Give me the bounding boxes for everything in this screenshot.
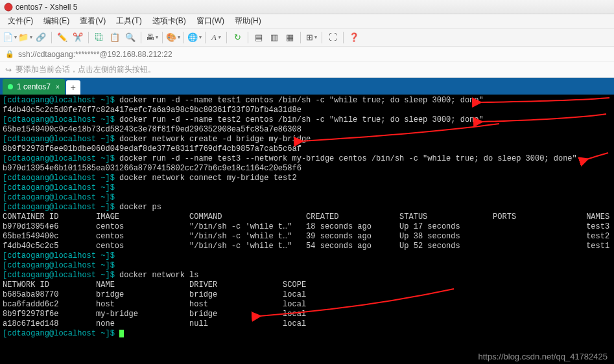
open-button[interactable]: 📁 [18, 30, 32, 45]
net-row: a18c671ed148 none null local [3, 319, 306, 328]
prompt: [cdtaogang@localhost ~]$ [3, 329, 115, 338]
prompt: [cdtaogang@localhost ~]$ [3, 261, 115, 270]
tab-bar: 1 centos7 × + [0, 78, 614, 95]
prompt: [cdtaogang@localhost ~]$ [3, 135, 115, 144]
toolbar: 📄 📁 🔗 ✏️ ✂️ ⿻ 📋 🔍 🖶 🎨 🌐 A ↻ ▤ ▥ ▦ ⊞ ⛶ ❓ [0, 28, 614, 47]
menu-file[interactable]: 文件(F) [3, 14, 38, 28]
title-bar: centos7 - Xshell 5 [0, 0, 614, 14]
cmd: docker ps [115, 203, 161, 212]
output: 65be1549400c9c4e18b73cd58243c3e78f81f0ed… [3, 125, 301, 134]
fullscreen-button[interactable]: ⛶ [325, 30, 340, 45]
arrow-icon[interactable]: ↪ [5, 65, 12, 74]
tab-label: 1 centos7 [17, 82, 51, 91]
paste-button[interactable]: 📋 [108, 30, 122, 45]
prompt: [cdtaogang@localhost ~]$ [3, 203, 115, 212]
add-tab-button[interactable]: + [66, 80, 80, 95]
cmd: docker network connect my-bridge test2 [115, 174, 297, 183]
output: f4db40c5c2c5d0fe70f7c82a417eefc7a6a9a98c… [3, 106, 301, 115]
close-tab-icon[interactable]: × [56, 84, 60, 91]
terminal[interactable]: [cdtaogang@localhost ~]$ docker run -d -… [0, 95, 614, 364]
prompt: [cdtaogang@localhost ~]$ [3, 251, 115, 260]
output: b970d13954e6b1011585ea031266a8707415802c… [3, 164, 301, 173]
app-icon [4, 3, 13, 12]
help-button[interactable]: ❓ [347, 30, 361, 45]
cmd: docker run -d --name test1 centos /bin/s… [115, 96, 484, 105]
menu-help[interactable]: 帮助(H) [230, 14, 266, 28]
prompt: [cdtaogang@localhost ~]$ [3, 183, 115, 192]
status-dot-icon [8, 84, 13, 89]
separator [183, 32, 184, 43]
tile-vertical-button[interactable]: ▥ [267, 30, 281, 45]
ps-header: CONTAINER ID IMAGE COMMAND CREATED STATU… [3, 212, 609, 222]
find-button[interactable]: 🔍 [123, 30, 137, 45]
new-session-button[interactable]: 📄 [3, 30, 17, 45]
separator [226, 32, 227, 43]
watermark: https://blog.csdn.net/qq_41782425 [478, 352, 608, 361]
ps-row: b970d13954e6 centos "/bin/sh -c 'while t… [3, 222, 609, 231]
svg-point-0 [5, 3, 12, 11]
prompt: [cdtaogang@localhost ~]$ [3, 115, 115, 124]
refresh-button[interactable]: ↻ [230, 30, 244, 45]
cmd: docker run -d --name test3 --network my-… [115, 154, 577, 163]
ps-row: f4db40c5c2c5 centos "/bin/sh -c 'while t… [3, 242, 609, 251]
print-button[interactable]: 🖶 [145, 30, 159, 45]
menu-bar: 文件(F) 编辑(E) 查看(V) 工具(T) 选项卡(B) 窗口(W) 帮助(… [0, 14, 614, 28]
separator [248, 32, 248, 43]
menu-tools[interactable]: 工具(T) [111, 14, 147, 28]
menu-tabs[interactable]: 选项卡(B) [147, 14, 191, 28]
tile-horizontal-button[interactable]: ▤ [252, 30, 266, 45]
prompt: [cdtaogang@localhost ~]$ [3, 193, 115, 202]
net-header: NETWORK ID NAME DRIVER SCOPE [3, 280, 306, 290]
separator [322, 32, 322, 43]
font-button[interactable]: A [209, 30, 223, 45]
net-row: bca6faddd6c2 host host local [3, 300, 306, 309]
net-row: b685aba98770 bridge bridge local [3, 290, 306, 299]
prompt: [cdtaogang@localhost ~]$ [3, 174, 115, 183]
net-row: 8b9f92978f6e my-bridge bridge local [3, 310, 306, 319]
encoding-button[interactable]: 🌐 [187, 30, 202, 45]
window-title: centos7 - Xshell 5 [16, 3, 77, 12]
separator [300, 32, 301, 43]
menu-window[interactable]: 窗口(W) [191, 14, 230, 28]
cmd: docker network ls [115, 271, 199, 280]
address-bar: 🔒 ssh://cdtaogang:********@192.168.88.21… [0, 47, 614, 62]
cursor [119, 330, 124, 337]
session-tab[interactable]: 1 centos7 × [3, 79, 65, 95]
separator [205, 32, 206, 43]
separator [88, 32, 89, 43]
prompt: [cdtaogang@localhost ~]$ [3, 271, 115, 280]
color-scheme-button[interactable]: 🎨 [166, 30, 180, 45]
copy-button[interactable]: ⿻ [92, 30, 106, 45]
cmd: docker network create -d bridge my-bridg… [115, 135, 311, 144]
reconnect-button[interactable]: 🔗 [34, 30, 48, 45]
cut-button[interactable]: ✂️ [71, 30, 85, 45]
lock-icon: 🔒 [5, 50, 14, 58]
hint-bar: ↪ 要添加当前会话，点击左侧的箭头按钮。 [0, 62, 614, 78]
ssh-url[interactable]: ssh://cdtaogang:********@192.168.88.212:… [18, 50, 172, 59]
separator [162, 32, 163, 43]
hint-text: 要添加当前会话，点击左侧的箭头按钮。 [16, 64, 156, 75]
menu-view[interactable]: 查看(V) [75, 14, 111, 28]
menu-edit[interactable]: 编辑(E) [38, 14, 75, 28]
separator [141, 32, 141, 43]
separator [51, 32, 52, 43]
output: 8b9f92978f6ee01bdbe060d049edaf8de377e831… [3, 144, 301, 154]
cascade-button[interactable]: ▦ [283, 30, 297, 45]
separator [343, 32, 344, 43]
ps-row: 65be1549400c centos "/bin/sh -c 'while t… [3, 232, 609, 241]
prompt: [cdtaogang@localhost ~]$ [3, 96, 115, 105]
properties-button[interactable]: ✏️ [55, 30, 69, 45]
transfer-button[interactable]: ⊞ [304, 30, 318, 45]
prompt: [cdtaogang@localhost ~]$ [3, 154, 115, 163]
cmd: docker run -d --name test2 centos /bin/s… [115, 115, 484, 124]
